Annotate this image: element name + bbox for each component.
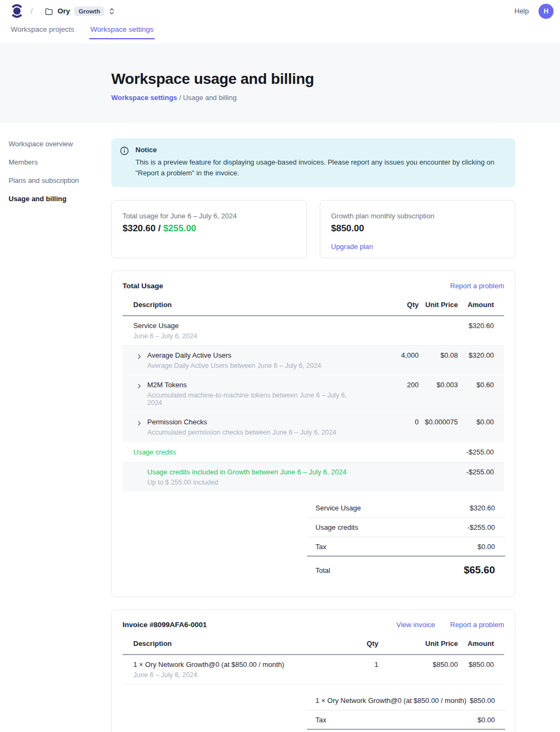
usage-included-amount: $255.00 xyxy=(163,223,196,233)
row-amount: $0.00 xyxy=(458,418,504,426)
table-row-service-usage: Service Usage June 6 – July 6, 2024 $320… xyxy=(123,316,504,346)
col-qty: Qty xyxy=(351,639,378,648)
sidebar-item-workspace-overview[interactable]: Workspace overview xyxy=(9,138,111,150)
page-title: Workspace usage and billing xyxy=(111,70,539,88)
view-invoice-link[interactable]: View invoice xyxy=(397,621,435,629)
summary-value: $850.00 xyxy=(470,697,495,705)
row-amount: $850.00 xyxy=(458,660,504,669)
breadcrumb-separator: / xyxy=(31,7,33,16)
row-amount: $320.60 xyxy=(458,322,504,330)
row-qty: 4,000 xyxy=(363,351,419,359)
upgrade-plan-link[interactable]: Upgrade plan xyxy=(331,243,373,251)
col-amount: Amount xyxy=(458,639,504,648)
row-amount: -$255.00 xyxy=(458,468,504,476)
folder-icon xyxy=(45,7,53,16)
row-name: 1 × Ory Network Growth@0 (at $850.00 / m… xyxy=(133,660,351,669)
row-name: M2M Tokens xyxy=(147,381,363,389)
invoice-card-header: Invoice #8099AFA6-0001 View invoice Repo… xyxy=(123,621,504,629)
invoice-table: Description Qty Unit Price Amount 1 × Or… xyxy=(123,636,504,685)
usage-separator: / xyxy=(155,223,163,233)
summary-value: $0.00 xyxy=(477,716,495,724)
row-name: Usage credits xyxy=(133,448,363,456)
summary-label: Usage credits xyxy=(315,523,358,531)
row-name: Average Daily Active Users xyxy=(147,351,321,359)
summary-row-total: Total $850.00 xyxy=(307,730,505,732)
summary-row-tax: Tax $0.00 xyxy=(307,710,505,730)
col-description: Description xyxy=(123,639,351,648)
expand-chevron-icon[interactable] xyxy=(136,353,142,369)
breadcrumb-link-workspace-settings[interactable]: Workspace settings xyxy=(111,94,177,102)
usage-summary: Service Usage $320.60 Usage credits -$25… xyxy=(307,499,505,584)
summary-label: 1 × Ory Network Growth@0 (at $850.00 / m… xyxy=(315,697,466,705)
row-qty: 1 xyxy=(351,660,378,669)
help-link[interactable]: Help xyxy=(514,7,529,15)
report-a-problem-link[interactable]: Report a problem xyxy=(450,621,504,629)
table-row-m2m-tokens: M2M Tokens Accumulated machine-to-machin… xyxy=(123,375,504,413)
plan-subscription-card: Growth plan monthly subscription $850.00… xyxy=(320,200,515,258)
summary-row-tax: Tax $0.00 xyxy=(307,537,505,557)
invoice-title: Invoice #8099AFA6-0001 xyxy=(123,621,207,629)
topbar: / Ory Growth Help H xyxy=(0,0,560,22)
page-header: Workspace usage and billing Workspace se… xyxy=(0,44,560,123)
total-usage-label: Total usage for June 6 – July 6, 2024 xyxy=(123,212,296,220)
row-name: Service Usage xyxy=(133,322,363,330)
usage-table-header: Description Qty Unit Price Amount xyxy=(123,297,504,316)
col-qty: Qty xyxy=(363,301,419,309)
table-row-usage-credits: Usage credits -$255.00 xyxy=(123,442,504,463)
usage-table: Description Qty Unit Price Amount Servic… xyxy=(123,297,504,492)
invoice-summary: 1 × Ory Network Growth@0 (at $850.00 / m… xyxy=(307,691,505,732)
tab-workspace-settings[interactable]: Workspace settings xyxy=(89,22,155,39)
workspace-switcher[interactable]: Ory Growth xyxy=(41,4,119,18)
breadcrumb: Workspace settings / Usage and billing xyxy=(111,94,539,102)
sidebar-item-usage-and-billing[interactable]: Usage and billing xyxy=(9,193,111,204)
row-subtitle: Accumulated permission checks between Ju… xyxy=(147,429,336,436)
row-unit-price: $0.003 xyxy=(419,381,458,389)
notice-title: Notice xyxy=(135,146,507,154)
expand-chevron-icon[interactable] xyxy=(136,383,142,407)
summary-label: Tax xyxy=(315,543,326,551)
avatar-initial: H xyxy=(544,8,549,15)
col-unit-price: Unit Price xyxy=(378,639,458,648)
tab-workspace-projects[interactable]: Workspace projects xyxy=(10,22,75,39)
total-usage-value: $320.60 / $255.00 xyxy=(123,223,296,234)
table-row-usage-credits-included: Usage credits included in Growth between… xyxy=(123,463,504,492)
row-qty: 200 xyxy=(363,381,419,389)
row-subtitle: Average Daily Active Users between June … xyxy=(147,362,321,369)
workspace-name: Ory xyxy=(58,7,70,15)
breadcrumb-separator: / xyxy=(179,94,181,102)
summary-cards: Total usage for June 6 – July 6, 2024 $3… xyxy=(111,200,515,258)
plan-amount: $850.00 xyxy=(331,223,504,234)
col-amount: Amount xyxy=(458,301,504,309)
ory-logo-icon[interactable] xyxy=(11,4,23,18)
report-a-problem-link[interactable]: Report a problem xyxy=(450,282,504,290)
avatar[interactable]: H xyxy=(539,4,554,19)
summary-value: $320.60 xyxy=(470,504,495,512)
summary-value: -$255.00 xyxy=(468,523,495,531)
table-row-permission-checks: Permission Checks Accumulated permission… xyxy=(123,413,504,442)
sidebar-item-plans-and-subscription[interactable]: Plans and subscription xyxy=(9,175,111,186)
preview-notice: Notice This is a preview feature for dis… xyxy=(111,138,515,187)
info-icon xyxy=(120,146,129,179)
row-qty: 0 xyxy=(363,418,419,426)
plan-badge: Growth xyxy=(74,6,104,16)
summary-row-total: Total $65.60 xyxy=(307,557,505,584)
total-usage-table-card: Total Usage Report a problem Description… xyxy=(111,271,515,597)
usage-card-title: Total Usage xyxy=(123,282,163,290)
row-unit-price: $0.000075 xyxy=(419,418,458,426)
usage-card-header: Total Usage Report a problem xyxy=(123,282,504,290)
row-subtitle: Accumulated machine-to-machine tokens be… xyxy=(147,392,363,407)
workspace-tabs: Workspace projects Workspace settings xyxy=(0,22,560,44)
settings-sidebar: Workspace overview Members Plans and sub… xyxy=(0,138,111,732)
total-usage-card: Total usage for June 6 – July 6, 2024 $3… xyxy=(111,200,307,258)
row-subtitle: June 6 – July 6, 2024 xyxy=(133,671,351,679)
main-content: Notice This is a preview feature for dis… xyxy=(111,138,515,732)
expand-chevron-icon[interactable] xyxy=(136,420,142,436)
plan-label: Growth plan monthly subscription xyxy=(331,212,504,220)
col-description: Description xyxy=(123,301,363,309)
row-amount: $320.00 xyxy=(458,351,504,359)
sidebar-item-members[interactable]: Members xyxy=(9,157,111,168)
table-row-average-daily-active-users: Average Daily Active Users Average Daily… xyxy=(123,346,504,375)
col-unit-price: Unit Price xyxy=(419,301,458,309)
table-row-invoice-line: 1 × Ory Network Growth@0 (at $850.00 / m… xyxy=(123,655,504,685)
invoice-card: Invoice #8099AFA6-0001 View invoice Repo… xyxy=(111,609,515,732)
